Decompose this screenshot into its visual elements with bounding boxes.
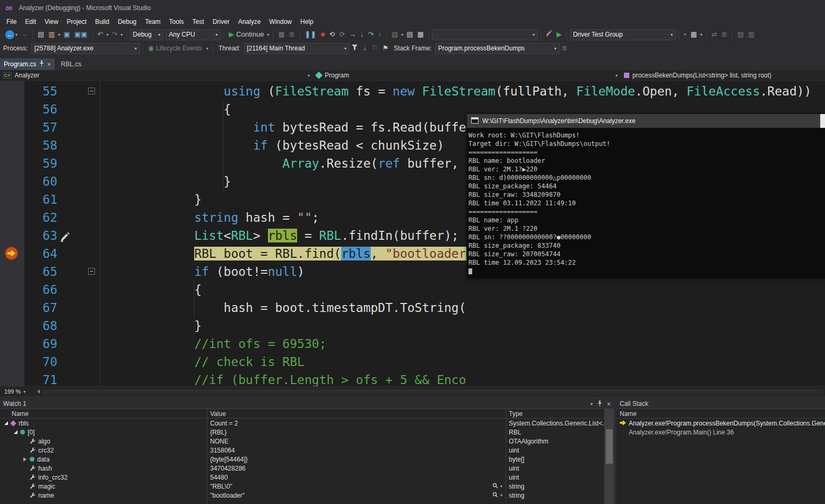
menu-item-test[interactable]: Test [188, 16, 209, 28]
new-file-icon[interactable]: ▤ [36, 28, 46, 41]
close-tab-icon[interactable]: × [47, 61, 50, 67]
magnifier-icon[interactable] [492, 483, 498, 490]
watch-position-caret-icon[interactable]: ▾ [590, 402, 593, 406]
menu-item-help[interactable]: Help [296, 16, 318, 28]
menu-item-window[interactable]: Window [265, 16, 296, 28]
code-line[interactable]: 70 // check is RBL [0, 353, 825, 371]
stack-frame-options-icon[interactable]: ≣ [560, 41, 570, 55]
watch-row[interactable]: crc323158064uint [0, 446, 614, 455]
show-next-statement-icon[interactable]: → [347, 28, 358, 41]
watch-close-icon[interactable]: × [607, 401, 611, 408]
menu-item-tools[interactable]: Tools [165, 16, 188, 28]
undo-caret[interactable]: ▾ [105, 32, 109, 37]
toolbar-extra-icon-6[interactable]: ▥ [746, 28, 757, 41]
watch-row[interactable]: magic"RBL\0"▾string [0, 482, 614, 491]
toolbar-extra-icon-1[interactable]: ▪ [682, 28, 689, 41]
toolbar-extra-caret[interactable]: ▾ [699, 32, 704, 37]
find-in-files-icon[interactable]: ▤ [404, 28, 415, 41]
tab-program-cs[interactable]: Program.cs × [0, 58, 55, 70]
code-line[interactable]: 69 //int ofs = 69530; [0, 335, 825, 353]
console-title-bar[interactable]: W:\GIT\FlashDumps\Analyzer\bin\Debug\Ana… [467, 114, 825, 128]
refresh-icon[interactable]: ⟳ [337, 28, 347, 41]
toolbar-extra-icon-4[interactable]: ≣ [719, 28, 730, 41]
fold-collapse-box[interactable]: − [88, 88, 95, 94]
watch-title-bar[interactable]: Watch 1 ▾ × [0, 399, 614, 409]
watch-row[interactable]: name"bootloader"▾string [0, 491, 614, 500]
watch-vertical-scrollbar[interactable] [605, 409, 614, 504]
stop-debugging-icon[interactable]: ■ [318, 28, 327, 41]
navigate-back-caret[interactable]: ▾ [14, 32, 19, 37]
hex-caret[interactable]: ▾ [400, 32, 404, 37]
watch-col-type[interactable]: Type [506, 410, 605, 418]
solution-platform-dropdown[interactable]: Any CPU▾ [166, 29, 221, 40]
lifecycle-events-icon[interactable]: ◉ [146, 41, 156, 55]
watch-row[interactable]: rblsCount = 2System.Collections.Generic.… [0, 419, 614, 428]
call-stack-title-bar[interactable]: Call Stack [616, 399, 825, 409]
watch-col-name[interactable]: Name [0, 410, 207, 418]
menu-item-debug[interactable]: Debug [114, 16, 141, 28]
code-line[interactable]: 55− using (FileStream fs = new FileStrea… [0, 82, 825, 100]
call-stack-col-name[interactable]: Name [616, 410, 637, 418]
menu-item-view[interactable]: View [40, 16, 63, 28]
memory-window-icon[interactable]: ▦ [415, 28, 426, 41]
toolbar-extra-icon-3[interactable]: ⇄ [709, 28, 719, 41]
step-out-icon[interactable]: ↑ [376, 28, 384, 41]
save-all-icon[interactable]: ▣▣ [72, 28, 90, 41]
horizontal-scrollbar[interactable] [42, 389, 823, 394]
fold-collapse-box[interactable]: − [88, 268, 95, 275]
flag-threads-icon[interactable]: ⚑ [380, 41, 391, 55]
toolbar-extra-icon-2[interactable]: ▦ [689, 28, 699, 41]
step-over-icon[interactable]: ↷ [366, 28, 376, 41]
code-line[interactable]: 66 { [0, 281, 825, 299]
code-line[interactable]: 71 //if (buffer.Length > ofs + 5 && Enco [0, 371, 825, 386]
continue-button[interactable]: Continue [236, 28, 266, 41]
process-dropdown[interactable]: [25788] Analyzer.exe▾ [31, 43, 140, 54]
watch-col-value[interactable]: Value [207, 410, 506, 418]
menu-item-team[interactable]: Team [141, 16, 164, 28]
undo-icon[interactable]: ↶ [95, 28, 106, 41]
code-line[interactable]: 68 } [0, 317, 825, 335]
code-markup-pen-icon[interactable] [544, 28, 554, 41]
solution-configuration-dropdown[interactable]: Debug▾ [129, 29, 163, 40]
redo-caret[interactable]: ▾ [119, 32, 124, 37]
navigate-back-icon[interactable]: ← [5, 30, 14, 39]
column-divider[interactable] [207, 409, 207, 504]
hscroll-left-arrow-icon[interactable] [37, 389, 40, 394]
tab-rbl-cs[interactable]: RBL.cs [55, 58, 88, 70]
column-divider[interactable] [506, 409, 506, 504]
step-into-icon[interactable]: ↓ [358, 28, 366, 41]
toolbar-extra-icon-5[interactable]: ▤ [735, 28, 746, 41]
watch-row[interactable]: info_crc3254480uint [0, 473, 614, 482]
run-code-analysis-icon[interactable]: ▶ [554, 28, 564, 41]
restart-icon[interactable]: ⟲ [327, 28, 337, 41]
continue-icon[interactable]: ▶ [227, 28, 236, 41]
stack-frame-dropdown[interactable]: Program.processBekenDumps▾ [435, 43, 560, 54]
search-toolbar-dropdown[interactable]: ▾ [432, 29, 538, 40]
menu-item-project[interactable]: Project [63, 16, 91, 28]
break-all-icon[interactable]: ❚❚ [303, 28, 319, 41]
visualizer-caret-icon[interactable]: ▾ [500, 493, 502, 498]
continue-caret[interactable]: ▾ [266, 32, 270, 37]
menu-item-edit[interactable]: Edit [21, 16, 40, 28]
hex-display-icon[interactable]: ▨ [389, 28, 400, 41]
attach-icon[interactable]: ≣ [287, 28, 297, 41]
lifecycle-caret[interactable]: ▾ [205, 46, 210, 51]
console-window[interactable]: W:\GIT\FlashDumps\Analyzer\bin\Debug\Ana… [467, 114, 825, 279]
pin-tab-icon[interactable] [39, 60, 44, 68]
menu-item-analyze[interactable]: Analyze [234, 16, 265, 28]
open-file-caret[interactable]: ▾ [57, 32, 62, 37]
menu-item-file[interactable]: File [2, 16, 21, 28]
watch-scrollbar-thumb[interactable] [606, 429, 613, 464]
menu-item-build[interactable]: Build [91, 16, 114, 28]
thread-dropdown[interactable]: [21164] Main Thread▾ [244, 43, 350, 54]
title-bar[interactable]: ∞ Analyzer (Debugging) - Microsoft Visua… [0, 0, 825, 16]
code-line[interactable]: 67 hash = boot.timestampDT.ToString( [0, 299, 825, 317]
driver-test-group-dropdown[interactable]: Driver Test Group▾ [570, 29, 676, 40]
project-dropdown[interactable]: C# Analyzer ▾ [0, 70, 313, 81]
call-stack-frame[interactable]: Analyzer.exe!Program.Main() Line 36 [616, 428, 825, 437]
watch-row[interactable]: [0]{RBL}RBL [0, 428, 614, 437]
zoom-control[interactable]: 199 % ▾ [0, 388, 30, 395]
magnifier-icon[interactable] [492, 492, 498, 499]
flag-just-my-code-icon[interactable]: ⚐ [370, 41, 380, 55]
save-icon[interactable]: ▣ [62, 28, 72, 41]
